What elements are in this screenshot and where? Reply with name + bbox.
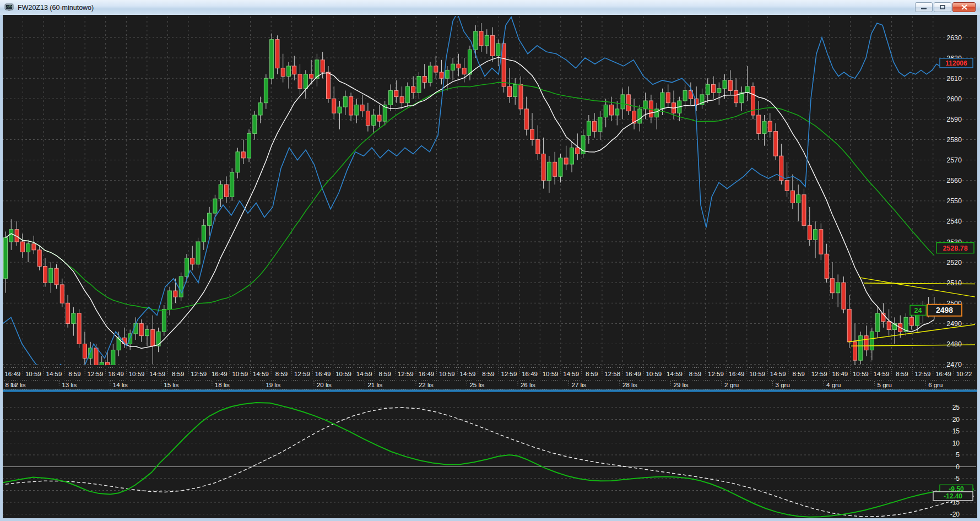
price-label: 2480: [946, 340, 962, 348]
time-label: 12:58: [604, 371, 620, 377]
value-tag-text: 112006: [945, 59, 967, 67]
time-label: 8:59: [586, 371, 598, 377]
time-label: 8:59: [793, 371, 805, 377]
date-label: 3 gru: [776, 382, 790, 388]
date-label: 13 lis: [62, 382, 77, 388]
time-label: 12:59: [915, 371, 931, 377]
chart-canvas[interactable]: 2470248024902500251025202530254025502560…: [0, 15, 980, 521]
time-label: 10:59: [853, 371, 869, 377]
minimize-button[interactable]: [915, 2, 933, 12]
time-label: 16:49: [625, 371, 641, 377]
time-label: 12:59: [708, 371, 724, 377]
time-label: 8:59: [482, 371, 494, 377]
time-label: 10:59: [439, 371, 455, 377]
date-label: 12 lis: [11, 382, 26, 388]
time-label: 8:59: [379, 371, 391, 377]
indicator-value-text: -12.40: [944, 492, 962, 500]
date-label: 22 lis: [419, 382, 434, 388]
price-label: 2520: [946, 259, 962, 267]
time-label: 8:59: [896, 371, 908, 377]
time-label: 10:59: [749, 371, 765, 377]
time-label: 10:59: [646, 371, 662, 377]
price-label: 2590: [946, 116, 962, 123]
time-label: 16:49: [212, 371, 228, 377]
price-label: 2580: [946, 136, 962, 144]
date-label: 5 gru: [878, 382, 892, 388]
time-label: 10:59: [232, 371, 248, 377]
time-label: 12:59: [398, 371, 414, 377]
date-label: 29 lis: [674, 382, 689, 388]
time-label: 14:59: [356, 371, 372, 377]
date-label: 25 lis: [469, 382, 484, 388]
app-icon: [4, 3, 14, 12]
time-label: 14:59: [46, 371, 62, 377]
indicator-label: 5: [956, 451, 960, 459]
indicator-label: -5: [954, 475, 960, 482]
minimize-icon: [921, 5, 927, 10]
price-label: 2570: [946, 156, 962, 164]
time-label: 14:59: [874, 371, 890, 377]
time-label: 12:59: [191, 371, 207, 377]
time-label: 14:59: [770, 371, 786, 377]
date-label: 14 lis: [113, 382, 128, 388]
indicator-label: -20: [950, 511, 960, 518]
time-label: 10:59: [25, 371, 41, 377]
close-icon: [961, 4, 967, 10]
time-label: 14:59: [667, 371, 683, 377]
value-tag-text: 2498: [936, 306, 953, 314]
time-label: 16:49: [935, 371, 951, 377]
window-title: FW20Z13 (60-minutowo): [18, 4, 94, 12]
time-label: 16:49: [4, 371, 20, 377]
window-border-right: [977, 15, 980, 521]
time-label: 16:49: [108, 371, 124, 377]
time-label: 10:59: [543, 371, 559, 377]
indicator-label: 25: [952, 404, 960, 411]
window-border-left: [0, 15, 3, 521]
price-label: 2630: [946, 34, 962, 42]
time-label: 8:59: [68, 371, 80, 377]
time-label: 12:59: [501, 371, 517, 377]
date-label: 26 lis: [521, 382, 535, 388]
chart-area[interactable]: 2470248024902500251025202530254025502560…: [0, 15, 980, 521]
time-label: 8:59: [172, 371, 184, 377]
time-label: 12:59: [811, 371, 827, 377]
close-button[interactable]: [952, 2, 976, 12]
date-label: 6 gru: [928, 382, 943, 388]
window-controls: [915, 2, 976, 12]
time-label: 8:59: [275, 371, 288, 377]
time-label: 16:49: [418, 371, 434, 377]
time-label: 16:49: [729, 371, 745, 377]
date-label: 18 lis: [215, 382, 230, 388]
value-tag-text: 24: [914, 307, 922, 314]
titlebar[interactable]: FW20Z13 (60-minutowo): [0, 0, 980, 15]
date-label: 4 gru: [826, 382, 841, 388]
time-label: 14:59: [253, 371, 269, 377]
time-label: 8:59: [689, 371, 701, 377]
time-label: 10:22: [956, 371, 972, 377]
application-window: FW20Z13 (60-minutowo) 247024802490250025…: [0, 0, 980, 521]
indicator-label: 15: [952, 427, 960, 435]
date-label: 21 lis: [367, 382, 382, 388]
time-label: 16:49: [522, 371, 538, 377]
time-label: 16:49: [315, 371, 331, 377]
price-label: 2600: [946, 95, 962, 103]
time-label: 12:59: [88, 371, 104, 377]
time-label: 14:59: [563, 371, 579, 377]
date-label: 19 lis: [266, 382, 280, 388]
indicator-label: 0: [956, 463, 960, 471]
time-label: 14:59: [149, 371, 165, 377]
price-label: 2560: [946, 177, 962, 184]
date-label: 15 lis: [164, 382, 178, 388]
panel-splitter: [0, 390, 977, 392]
time-label: 10:59: [335, 371, 351, 377]
indicator-label: 10: [952, 439, 960, 447]
price-label: 2490: [946, 320, 962, 328]
price-label: 2540: [946, 218, 962, 225]
value-tag-text: 2528.78: [943, 245, 967, 252]
time-label: 10:59: [129, 371, 145, 377]
price-label: 2510: [946, 279, 962, 287]
restore-button[interactable]: [934, 2, 951, 12]
date-label: 20 lis: [317, 382, 332, 388]
window-border-bottom: [0, 518, 980, 521]
time-label: 16:49: [832, 371, 848, 377]
